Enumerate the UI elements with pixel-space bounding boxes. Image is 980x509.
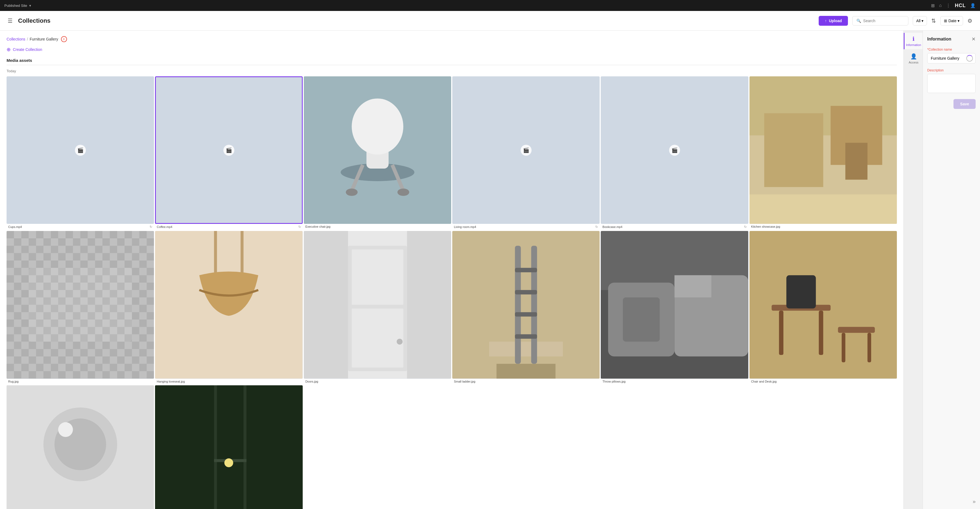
svg-rect-50: [842, 333, 845, 362]
media-filename: Throw pillows.jpg: [602, 380, 625, 383]
breadcrumb: Collections / Furniture Gallery i: [6, 36, 897, 42]
svg-point-55: [58, 422, 73, 437]
expand-panel-button[interactable]: »: [973, 498, 975, 504]
svg-rect-32: [489, 342, 563, 357]
create-collection-button[interactable]: ⊕ Create Collection: [6, 46, 42, 53]
svg-rect-47: [819, 311, 823, 355]
more-icon[interactable]: ⋮: [946, 3, 950, 8]
svg-rect-13: [749, 194, 897, 224]
upload-icon: ↑: [825, 19, 827, 23]
date-label: Today: [6, 69, 897, 73]
upload-button[interactable]: ↑ Upload: [819, 16, 848, 26]
close-panel-button[interactable]: ✕: [972, 36, 975, 42]
svg-rect-31: [496, 364, 555, 379]
breadcrumb-current: Furniture Gallery: [30, 37, 58, 41]
media-filename: Doors.jpg: [305, 380, 318, 383]
panel-header: Information ✕: [927, 36, 975, 42]
svg-rect-46: [779, 311, 783, 355]
video-icon: 🎬: [520, 145, 531, 156]
media-grid-row3: [6, 385, 897, 509]
media-filename: Rug.jpg: [8, 380, 19, 383]
svg-rect-48: [786, 275, 816, 308]
video-icon: 🎬: [223, 145, 234, 156]
create-collection-icon: ⊕: [6, 46, 11, 53]
description-label: Description: [927, 69, 975, 72]
svg-rect-25: [352, 250, 403, 305]
media-filename: Bookcase.mp4: [602, 225, 622, 228]
hcl-logo: HCL: [955, 3, 966, 8]
user-icon[interactable]: 👤: [970, 3, 975, 8]
svg-rect-21: [214, 231, 217, 275]
media-filename: Cups.mp4: [8, 225, 22, 228]
svg-point-3: [352, 99, 403, 155]
svg-rect-26: [352, 308, 403, 367]
list-item[interactable]: Rug.jpg: [6, 231, 154, 384]
panel-tabs: ℹ Information 👤 Access: [904, 31, 923, 509]
section-divider: [6, 65, 897, 65]
media-filename: Coffee.mp4: [157, 225, 172, 228]
page-title: Collections: [18, 17, 814, 24]
search-input[interactable]: [863, 19, 904, 23]
collection-name-label-text: *Collection name: [927, 48, 952, 51]
information-icon: ℹ: [912, 35, 915, 42]
media-assets-section: Media assets Today 🎬 Cups.mp4 ↻: [6, 58, 897, 509]
svg-rect-38: [515, 334, 537, 339]
search-icon: 🔍: [856, 19, 861, 23]
view-dropdown[interactable]: ⊞ Date ▾: [940, 16, 963, 26]
svg-rect-42: [623, 297, 660, 342]
topbar-left: Published Site ▾: [5, 3, 31, 8]
svg-rect-29: [407, 231, 451, 378]
site-dropdown-chevron[interactable]: ▾: [29, 3, 31, 8]
media-filename: Chair and Desk.jpg: [751, 380, 777, 383]
svg-rect-34: [531, 246, 537, 364]
breadcrumb-separator: /: [27, 37, 28, 41]
main-layout: Collections / Furniture Gallery i ⊕ Crea…: [0, 31, 980, 509]
refresh-icon: ↻: [595, 225, 598, 229]
list-item[interactable]: 🎬 Bookcase.mp4 ↻: [601, 77, 748, 230]
grid-view-icon: ⊞: [944, 19, 947, 23]
media-filename: Living room.mp4: [454, 225, 476, 228]
tab-information[interactable]: ℹ Information: [904, 33, 923, 49]
svg-point-7: [397, 188, 409, 196]
collection-name-input-wrap: [927, 53, 975, 64]
content-area: Collections / Furniture Gallery i ⊕ Crea…: [0, 31, 904, 509]
list-item[interactable]: Doors.jpg: [304, 231, 451, 384]
list-item[interactable]: Small ladder.jpg: [452, 231, 600, 384]
media-assets-title: Media assets: [6, 58, 897, 63]
breadcrumb-collections-link[interactable]: Collections: [6, 37, 25, 41]
hamburger-button[interactable]: ☰: [6, 16, 14, 25]
list-item[interactable]: Hanging loveseat.jpg: [155, 231, 302, 384]
svg-rect-28: [304, 231, 348, 378]
list-item[interactable]: Executive chair.jpg: [304, 77, 451, 230]
list-item[interactable]: Kitchen showcase.jpg: [749, 77, 897, 230]
list-item[interactable]: 🎬 Living room.mp4 ↻: [452, 77, 600, 230]
info-circle-icon[interactable]: i: [61, 36, 67, 42]
video-icon: 🎬: [669, 145, 680, 156]
right-panel: ℹ Information 👤 Access Information ✕ *Co…: [904, 31, 980, 509]
spinner-icon: [966, 55, 973, 62]
settings-button[interactable]: ⚙: [966, 16, 974, 25]
svg-point-60: [224, 458, 233, 467]
all-dropdown[interactable]: All ▾: [913, 16, 927, 26]
panel-content: Information ✕ *Collection name Descripti…: [923, 31, 980, 509]
svg-point-6: [345, 188, 357, 196]
description-textarea[interactable]: [927, 74, 975, 93]
list-item[interactable]: 🎬 Coffee.mp4 ↻: [155, 77, 302, 230]
list-item[interactable]: Chair and Desk.jpg: [749, 231, 897, 384]
grid-icon[interactable]: ⊞: [931, 3, 935, 8]
save-button[interactable]: Save: [953, 99, 975, 109]
collection-name-label: *Collection name: [927, 48, 975, 51]
topbar-right: ⊞ ⌂ ⋮ HCL 👤: [931, 3, 975, 8]
svg-rect-58: [243, 385, 247, 509]
list-item[interactable]: [155, 385, 302, 509]
list-item[interactable]: [6, 385, 154, 509]
tab-access[interactable]: 👤 Access: [904, 50, 923, 67]
video-icon: 🎬: [75, 145, 86, 156]
list-item[interactable]: 🎬 Cups.mp4 ↻: [6, 77, 154, 230]
access-icon: 👤: [910, 53, 917, 60]
home-icon[interactable]: ⌂: [939, 3, 942, 8]
media-filename: Hanging loveseat.jpg: [157, 380, 185, 383]
list-item[interactable]: Throw pillows.jpg: [601, 231, 748, 384]
filter-button[interactable]: ⇅: [930, 16, 937, 25]
media-filename: Small ladder.jpg: [454, 380, 475, 383]
